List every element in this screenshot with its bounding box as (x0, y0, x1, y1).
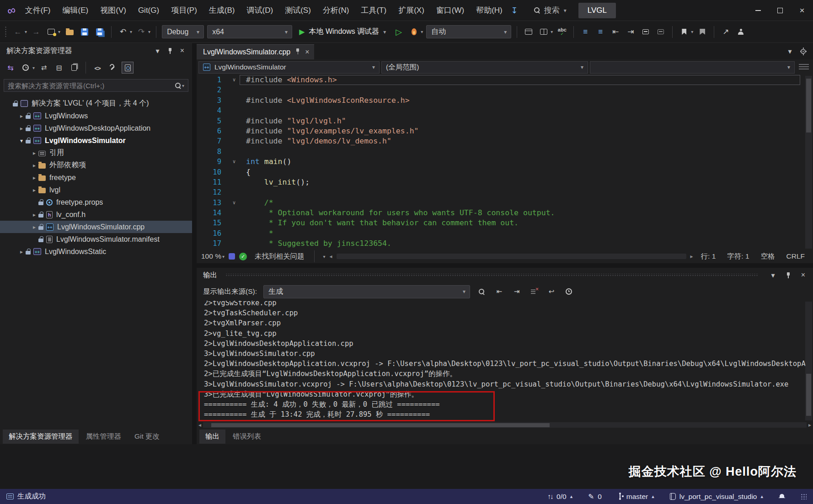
project-dropdown[interactable]: LvglWindowsSimulator (198, 61, 380, 74)
solution-search-input[interactable] (8, 82, 172, 90)
tree-item[interactable]: 引用 (0, 147, 192, 159)
save-icon[interactable] (79, 26, 91, 38)
chevron-down-icon[interactable] (421, 29, 423, 34)
maximize-button[interactable] (769, 0, 791, 21)
explorer-tab[interactable]: 解决方案资源管理器 (3, 430, 79, 444)
chevron-down-icon[interactable] (182, 83, 184, 88)
menu-item[interactable]: 视图(V) (94, 0, 132, 21)
minimize-button[interactable] (747, 0, 769, 21)
notifications-button[interactable] (779, 493, 785, 500)
install-status-icon[interactable] (508, 5, 520, 16)
chevron-right-icon[interactable] (17, 249, 26, 255)
close-panel-icon[interactable] (176, 45, 188, 56)
close-button[interactable] (791, 0, 813, 21)
new-project-icon[interactable] (45, 26, 57, 38)
code-line[interactable]: 6#include "lvgl/examples/lv_examples.h" (197, 126, 813, 136)
collapse-all-icon[interactable] (53, 62, 65, 74)
uncomment-icon[interactable] (655, 26, 667, 38)
document-health-icon[interactable] (229, 253, 235, 260)
tree-item[interactable]: LvglWindowsSimulator.cpp (0, 221, 192, 233)
chevron-right-icon[interactable] (30, 187, 38, 193)
eol-indicator[interactable]: CRLF (783, 252, 808, 260)
word-wrap-icon[interactable] (546, 286, 557, 297)
code-line[interactable]: 7#include "lvgl/demos/lv_demos.h" (197, 136, 813, 146)
tree-item[interactable]: LvglWindowsSimulator.manifest (0, 233, 192, 245)
scroll-left-icon[interactable] (330, 253, 332, 260)
code-line[interactable]: 4 (197, 106, 813, 116)
pin-icon[interactable] (164, 45, 176, 56)
chevron-right-icon[interactable] (30, 224, 38, 230)
previous-message-icon[interactable] (494, 286, 505, 297)
tree-item[interactable]: 解决方案 'LVGL' (4 个项目，共 4 个) (0, 97, 192, 110)
copy-items-icon[interactable] (68, 62, 80, 74)
code-line[interactable]: 2 (197, 85, 813, 95)
menu-item[interactable]: 生成(B) (203, 0, 241, 21)
scrollbar-thumb[interactable] (806, 79, 811, 133)
scroll-right-icon[interactable] (808, 422, 811, 428)
chevron-right-icon[interactable] (17, 125, 26, 132)
chevron-right-icon[interactable] (30, 162, 38, 169)
chevron-right-icon[interactable] (30, 175, 38, 181)
resize-grip[interactable] (801, 493, 807, 499)
configuration-select[interactable]: Debug (162, 25, 204, 38)
timestamp-icon[interactable] (563, 286, 574, 297)
chevron-down-icon[interactable] (148, 29, 150, 34)
code-line[interactable]: 8 (197, 147, 813, 157)
bookmark-list-icon[interactable] (696, 26, 708, 38)
feedback-icon[interactable] (735, 26, 747, 38)
fold-toggle-icon[interactable] (229, 157, 240, 167)
scroll-right-icon[interactable] (690, 253, 693, 260)
chevron-down-icon[interactable] (323, 254, 325, 259)
pin-icon[interactable] (295, 48, 300, 56)
find-message-icon[interactable] (476, 286, 487, 297)
code-line[interactable]: 11 lv_init(); (197, 177, 813, 187)
menu-item[interactable]: Git(G) (132, 0, 165, 21)
build-status[interactable]: 生成成功 (6, 492, 46, 501)
properties-icon[interactable] (107, 62, 118, 74)
zoom-select[interactable]: 100 % (201, 252, 225, 260)
document-outline-icon[interactable] (523, 26, 535, 38)
code-line[interactable]: 14 * Optional workaround for users who w… (197, 208, 813, 218)
start-debugging-button[interactable]: 本地 Windows 调试器 (295, 25, 390, 39)
tree-item[interactable]: LvglWindows (0, 110, 192, 122)
output-vertical-scrollbar[interactable] (805, 302, 812, 420)
quick-info-icon[interactable] (594, 26, 606, 38)
hot-reload-mode-select[interactable]: 自动 (426, 25, 511, 38)
tree-item[interactable]: lv_conf.h (0, 208, 192, 221)
pending-changes-filter-icon[interactable] (20, 62, 32, 74)
save-all-icon[interactable] (94, 26, 106, 38)
chevron-down-icon[interactable] (32, 65, 35, 70)
menu-item[interactable]: 扩展(X) (392, 0, 430, 21)
code-line[interactable]: 13 /* (197, 198, 813, 208)
list-members-icon[interactable] (579, 26, 591, 38)
toolbar-grip[interactable] (5, 26, 7, 38)
fold-toggle-icon[interactable] (229, 198, 240, 208)
tree-item[interactable]: freetype.props (0, 196, 192, 208)
close-tab-icon[interactable] (305, 48, 309, 56)
indent-decrease-icon[interactable] (610, 26, 621, 38)
menu-item[interactable]: 项目(P) (165, 0, 203, 21)
output-log[interactable]: 2>tvgSwStroke.cpp2>tvgTaskScheduler.cpp2… (197, 301, 813, 421)
code-line[interactable]: 3#include <LvglWindowsIconResource.h> (197, 95, 813, 106)
editor-horizontal-scrollbar[interactable] (337, 254, 686, 259)
spell-check-icon[interactable] (556, 26, 568, 38)
chevron-down-icon[interactable] (130, 29, 132, 34)
code-line[interactable]: 17 * Suggested by jinsc123654. (197, 239, 813, 249)
explorer-tab[interactable]: 属性管理器 (80, 430, 128, 444)
code-line[interactable]: 5#include "lvgl/lvgl.h" (197, 116, 813, 126)
line-indicator[interactable]: 行: 1 (697, 252, 720, 261)
health-message[interactable]: 未找到相关问题 (251, 252, 308, 261)
scrollbar-track[interactable] (203, 422, 807, 428)
tab-list-icon[interactable] (784, 46, 796, 57)
menu-item[interactable]: 测试(S) (279, 0, 317, 21)
scrollbar-thumb[interactable] (806, 374, 811, 416)
tree-item[interactable]: LvglWindowsSimulator (0, 134, 192, 147)
chevron-down-icon[interactable] (17, 138, 26, 144)
quick-settings-icon[interactable] (797, 46, 809, 57)
menu-item[interactable]: 分析(N) (317, 0, 355, 21)
chevron-right-icon[interactable] (17, 113, 26, 119)
view-code-icon[interactable] (91, 62, 103, 74)
panel-tab[interactable]: 输出 (199, 430, 225, 444)
fold-toggle-icon[interactable] (229, 75, 240, 85)
hot-reload-icon[interactable] (408, 26, 420, 38)
